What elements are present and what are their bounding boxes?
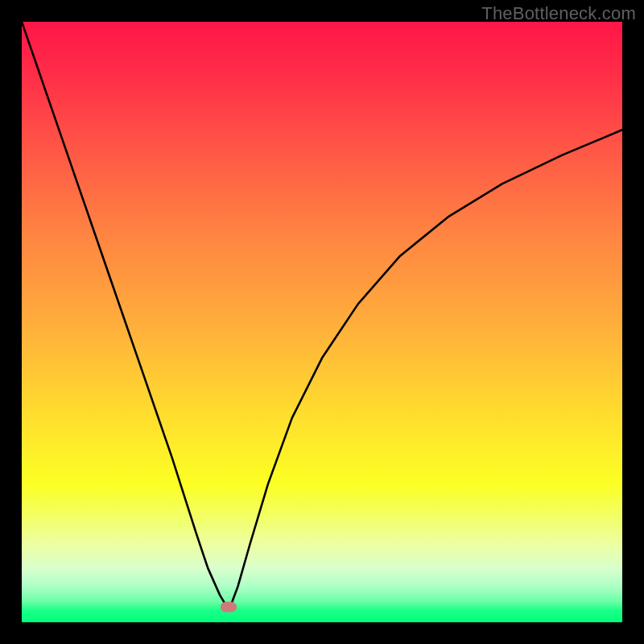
minimum-marker [221,602,237,613]
watermark-text: TheBottleneck.com [481,3,636,24]
chart-frame: TheBottleneck.com [0,0,644,644]
bottleneck-curve [22,22,622,622]
plot-area [22,22,622,622]
